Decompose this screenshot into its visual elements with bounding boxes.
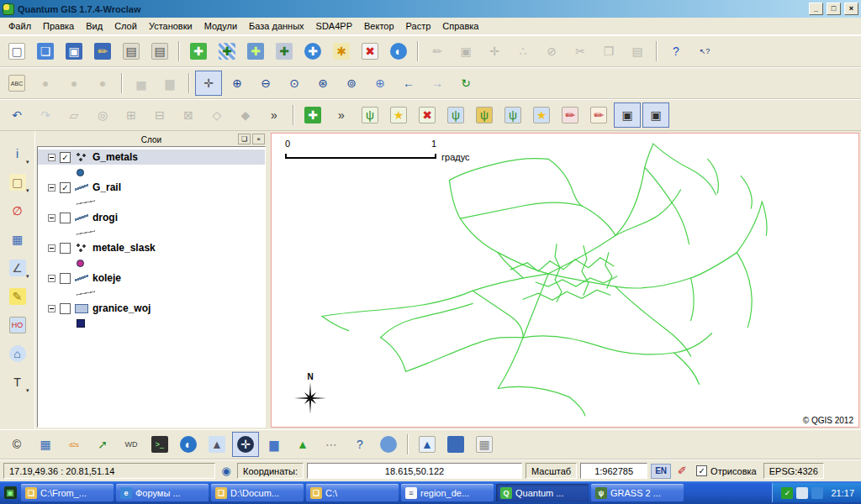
taskbar-button-2[interactable]: ❏D:\Docum... xyxy=(211,484,304,501)
annotation-button[interactable]: ● xyxy=(89,71,116,96)
hot-plugin-button[interactable]: HO xyxy=(4,312,31,338)
add-wms-layer-button[interactable]: ✚ xyxy=(299,39,326,64)
help-button[interactable]: ? xyxy=(663,39,689,64)
home-globe-button[interactable]: ⌂ xyxy=(4,341,31,366)
overview-toggle-button[interactable]: ▣ xyxy=(642,102,669,128)
layer-visibility-checkbox[interactable] xyxy=(60,213,71,223)
tree-expander-icon[interactable] xyxy=(48,305,55,312)
tree-expander-icon[interactable] xyxy=(48,275,55,282)
layer-item-g-rail[interactable]: ✓G_rail xyxy=(38,180,265,195)
menu-item-7[interactable]: SDA4PP xyxy=(310,18,358,34)
d2s-plugin-button[interactable]: d2s xyxy=(61,432,87,457)
tree-expander-icon[interactable] xyxy=(48,154,55,161)
reshape-features-button[interactable]: ◇ xyxy=(203,102,230,128)
keyboard-language-indicator[interactable]: EN xyxy=(651,464,671,479)
layer-item-drogi[interactable]: drogi xyxy=(38,210,265,225)
minimize-button[interactable]: _ xyxy=(809,3,823,15)
measure-button[interactable]: ∠▾ xyxy=(4,255,31,281)
toolbar-overflow-button[interactable]: » xyxy=(261,102,288,128)
grass-shell-button[interactable]: ★ xyxy=(528,102,555,128)
chevron-down-icon[interactable]: ▾ xyxy=(26,387,29,394)
text-labels-button[interactable]: T▾ xyxy=(4,370,31,395)
remove-layer-button[interactable]: ✖ xyxy=(357,39,383,64)
text-annotation-button[interactable]: ● xyxy=(32,71,59,96)
grass-region-button[interactable]: ψ xyxy=(471,102,498,128)
node-tool-button[interactable]: ∴ xyxy=(510,39,536,64)
taskbar-button-6[interactable]: ψGRASS 2 ... xyxy=(591,484,684,501)
taskbar-button-5[interactable]: QQuantum ... xyxy=(496,484,589,501)
mouse-position-icon[interactable]: ◉ xyxy=(219,464,234,479)
coordinates-input[interactable] xyxy=(307,463,522,479)
tree-expander-icon[interactable] xyxy=(48,214,55,222)
open-project-button[interactable]: ❏ xyxy=(32,39,59,64)
dem-plugin-button[interactable]: ▲ xyxy=(414,432,441,457)
attribute-table-button[interactable]: ▦ xyxy=(4,227,31,252)
delete-selected-button[interactable]: ⊘ xyxy=(538,39,565,64)
raster-histogram-button[interactable]: ▅ xyxy=(128,71,155,96)
zoom-next-button[interactable]: → xyxy=(424,71,451,96)
labeling-button[interactable]: ABC xyxy=(3,71,30,96)
add-wfs-layer-button[interactable]: ◐ xyxy=(385,39,412,64)
save-edits-button[interactable]: ▣ xyxy=(452,39,479,64)
zoom-in-button[interactable]: ⊕ xyxy=(224,71,251,96)
taskbar-button-3[interactable]: ❏C:\ xyxy=(306,484,399,501)
image-plugin-button[interactable]: ▦ xyxy=(471,432,498,457)
map-legend-toggle-button[interactable]: ▣ xyxy=(614,102,641,128)
layer-visibility-checkbox[interactable]: ✓ xyxy=(60,182,71,193)
chevron-down-icon[interactable]: ▾ xyxy=(26,187,29,194)
menu-item-9[interactable]: Растр xyxy=(400,18,437,34)
save-project-as-button[interactable]: ✏ xyxy=(89,39,116,64)
render-checkbox[interactable]: ✓ xyxy=(696,465,707,476)
elephant-plugin-button[interactable] xyxy=(375,432,402,457)
simplify-feature-button[interactable]: ▱ xyxy=(61,102,87,128)
flag-plugin-button[interactable]: ▲ xyxy=(289,432,316,457)
redo-button[interactable]: ↷ xyxy=(32,102,59,128)
add-raster-layer-button[interactable]: ✚ xyxy=(214,39,240,64)
wd-plugin-button[interactable]: WD xyxy=(118,432,145,457)
delete-part-button[interactable]: ⊠ xyxy=(175,102,202,128)
composer-manager-button[interactable]: ▤ xyxy=(146,39,173,64)
menu-item-8[interactable]: Вектор xyxy=(358,18,400,34)
zoom-out-button[interactable]: ⊖ xyxy=(252,71,279,96)
menu-item-2[interactable]: Вид xyxy=(80,18,108,34)
plugins-overflow-button[interactable]: » xyxy=(328,102,355,128)
add-postgis-layer-button[interactable]: ✚ xyxy=(242,39,269,64)
et-geowizards-button[interactable]: ✚ xyxy=(299,102,326,128)
panel-float-button[interactable]: ❏ xyxy=(238,134,251,144)
agent-tray-icon[interactable] xyxy=(796,487,808,499)
menu-item-4[interactable]: Установки xyxy=(143,18,198,34)
zoom-to-layer-button[interactable]: ⊕ xyxy=(367,71,394,96)
save-project-button[interactable]: ▣ xyxy=(61,39,87,64)
menu-item-10[interactable]: Справка xyxy=(436,18,484,34)
render-toggle[interactable]: ✓ Отрисовка xyxy=(693,465,760,476)
grass-new-mapset-button[interactable]: ★ xyxy=(385,102,412,128)
merge-features-button[interactable]: ◆ xyxy=(232,102,259,128)
deselect-button[interactable]: ∅ xyxy=(4,198,31,223)
dots-plugin-button[interactable]: ⋯ xyxy=(318,432,345,457)
menu-item-3[interactable]: Слой xyxy=(108,18,143,34)
add-vector-layer-button[interactable]: ✚ xyxy=(185,39,212,64)
compass-plugin-button[interactable]: ✛ xyxy=(232,432,259,457)
epsg-button[interactable]: EPSG:4326 xyxy=(763,463,824,479)
layer-item-metale-slask[interactable]: metale_slask xyxy=(38,240,265,255)
grass-raster-edit-button[interactable]: ✏ xyxy=(585,102,612,128)
layer-visibility-checkbox[interactable]: ✓ xyxy=(60,152,71,163)
layer-item-koleje[interactable]: koleje xyxy=(38,270,265,286)
taskbar-button-1[interactable]: eФорумы ... xyxy=(116,484,209,501)
move-feature-button[interactable]: ✛ xyxy=(481,39,508,64)
layer-visibility-checkbox[interactable] xyxy=(60,273,71,284)
export-plugin-button[interactable]: ➚ xyxy=(89,432,116,457)
zoom-native-button[interactable]: ⊙ xyxy=(281,71,308,96)
grass-open-mapset-button[interactable]: ψ xyxy=(357,102,383,128)
new-project-button[interactable]: ▢ xyxy=(3,39,30,64)
chevron-down-icon[interactable]: ▾ xyxy=(26,273,29,280)
add-ring-button[interactable]: ◎ xyxy=(89,102,116,128)
panel-close-button[interactable]: × xyxy=(252,134,265,144)
globe-plugin-button[interactable]: ◐ xyxy=(175,432,202,457)
taskbar-button-4[interactable]: ≡region_de... xyxy=(401,484,494,501)
zoom-full-button[interactable]: ⊛ xyxy=(309,71,336,96)
grass-edit-button[interactable]: ψ xyxy=(499,102,526,128)
layer-item-granice-woj[interactable]: granice_woj xyxy=(38,301,265,316)
tile-plugin-button[interactable] xyxy=(442,432,469,457)
antivirus-tray-icon[interactable]: ✓ xyxy=(781,487,793,499)
